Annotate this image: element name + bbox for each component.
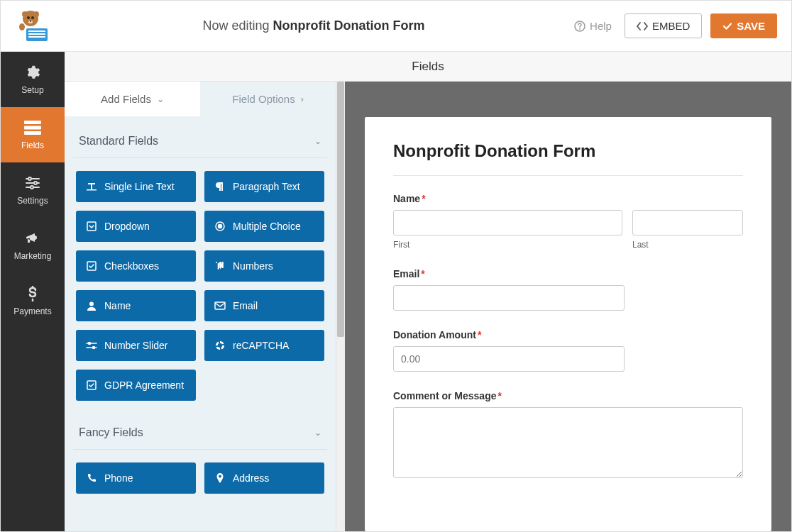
field-button-checkboxes[interactable]: Checkboxes — [76, 250, 196, 282]
svg-point-18 — [28, 177, 31, 180]
field-email[interactable]: Email* — [393, 268, 743, 311]
field-button-recaptcha[interactable]: reCAPTCHA — [204, 330, 324, 361]
scrollbar-thumb[interactable] — [337, 82, 344, 337]
input-email[interactable] — [393, 285, 625, 311]
field-button-label: Single Line Text — [104, 181, 175, 192]
field-button-name[interactable]: Name — [76, 290, 196, 321]
label-name-text: Name — [393, 193, 420, 204]
paragraph-text-icon — [214, 181, 226, 192]
section-standard-fields[interactable]: Standard Fields ⌄ — [73, 131, 327, 158]
embed-icon — [637, 21, 648, 31]
label-comment-text: Comment or Message — [393, 390, 496, 401]
app-logo — [15, 7, 53, 45]
editing-prefix: Now editing — [203, 18, 273, 33]
check-icon — [722, 21, 732, 31]
nav-setup[interactable]: Setup — [1, 52, 65, 107]
field-button-single-line-text[interactable]: Single Line Text — [76, 171, 196, 202]
address-icon — [214, 472, 226, 484]
dollar-icon — [24, 285, 41, 302]
required-asterisk: * — [497, 390, 501, 401]
field-name[interactable]: Name* First Last — [393, 193, 743, 250]
field-button-label: Phone — [104, 472, 133, 484]
tab-add-fields[interactable]: Add Fields ⌄ — [65, 82, 200, 116]
field-button-label: Numbers — [233, 260, 273, 272]
label-email: Email* — [393, 268, 743, 279]
top-bar: Now editing Nonprofit Donation Form Help… — [1, 1, 791, 52]
nav-settings[interactable]: Settings — [1, 162, 65, 218]
field-comment[interactable]: Comment or Message* — [393, 390, 743, 480]
tab-options-label: Field Options — [232, 93, 295, 105]
label-donation: Donation Amount* — [393, 329, 743, 340]
label-donation-text: Donation Amount — [393, 329, 476, 340]
input-donation[interactable] — [393, 346, 625, 372]
embed-label: EMBED — [652, 20, 690, 32]
input-last-name[interactable] — [632, 210, 743, 235]
field-button-label: Multiple Choice — [233, 221, 301, 232]
field-button-phone[interactable]: Phone — [76, 462, 196, 494]
field-button-multiple-choice[interactable]: Multiple Choice — [204, 211, 324, 242]
panel-scrollbar[interactable] — [336, 82, 345, 531]
field-button-gdpr-agreement[interactable]: GDPR Agreement — [76, 370, 196, 401]
field-donation[interactable]: Donation Amount* — [393, 329, 743, 372]
svg-point-13 — [579, 28, 581, 30]
divider — [393, 175, 743, 176]
field-button-label: Paragraph Text — [233, 181, 300, 192]
input-first-name[interactable] — [393, 210, 622, 235]
editing-form-name: Nonprofit Donation Form — [273, 18, 425, 33]
multiple-choice-icon — [214, 221, 226, 232]
form-preview: Nonprofit Donation Form Name* First Last — [365, 117, 771, 531]
embed-button[interactable]: EMBED — [625, 13, 702, 38]
field-button-dropdown[interactable]: Dropdown — [76, 211, 196, 242]
textarea-comment[interactable] — [393, 407, 743, 478]
help-link[interactable]: Help — [574, 20, 612, 32]
save-button[interactable]: SAVE — [710, 13, 777, 38]
dropdown-icon — [86, 221, 97, 232]
chevron-right-icon: › — [301, 94, 304, 104]
tab-add-label: Add Fields — [101, 93, 151, 105]
left-panel: Add Fields ⌄ Field Options › Standard Fi… — [65, 82, 336, 531]
field-button-label: Email — [233, 300, 258, 311]
svg-rect-16 — [24, 131, 41, 135]
required-asterisk: * — [421, 268, 424, 279]
sublabel-last: Last — [632, 240, 743, 250]
fields-header-title: Fields — [412, 60, 444, 74]
single-line-text-icon — [86, 181, 97, 192]
label-email-text: Email — [393, 268, 419, 279]
svg-rect-23 — [87, 189, 97, 191]
svg-rect-24 — [87, 222, 96, 231]
field-button-email[interactable]: Email — [204, 290, 324, 321]
help-icon — [574, 21, 585, 32]
section-fancy-label: Fancy Fields — [79, 426, 143, 439]
required-asterisk: * — [422, 193, 425, 204]
field-button-label: Dropdown — [104, 221, 150, 232]
field-button-label: Number Slider — [104, 340, 167, 351]
tab-field-options[interactable]: Field Options › — [200, 82, 336, 116]
gdpr-agreement-icon — [86, 379, 97, 391]
svg-rect-1 — [28, 31, 45, 32]
chevron-down-icon: ⌄ — [314, 136, 321, 146]
label-name: Name* — [393, 193, 743, 204]
field-button-address[interactable]: Address — [204, 462, 324, 494]
field-button-numbers[interactable]: #Numbers — [204, 250, 324, 282]
section-fancy-fields[interactable]: Fancy Fields ⌄ — [73, 422, 327, 450]
chevron-down-icon: ⌄ — [157, 94, 164, 104]
bullhorn-icon — [24, 230, 41, 247]
sublabel-first: First — [393, 240, 622, 250]
field-button-label: reCAPTCHA — [233, 340, 289, 351]
nav-payments[interactable]: Payments — [1, 273, 65, 328]
nav-settings-label: Settings — [17, 196, 48, 206]
svg-rect-30 — [215, 302, 225, 309]
label-comment: Comment or Message* — [393, 390, 743, 401]
svg-point-26 — [219, 225, 222, 228]
name-icon — [86, 300, 97, 311]
svg-point-34 — [93, 347, 95, 349]
sliders-icon — [24, 174, 41, 192]
gear-icon — [24, 64, 41, 81]
svg-point-22 — [31, 186, 33, 189]
field-button-label: Name — [104, 300, 131, 311]
field-button-paragraph-text[interactable]: Paragraph Text — [204, 171, 324, 202]
field-button-number-slider[interactable]: Number Slider — [76, 330, 196, 361]
nav-marketing[interactable]: Marketing — [1, 218, 65, 273]
nav-fields[interactable]: Fields — [1, 107, 65, 162]
svg-rect-15 — [24, 126, 41, 130]
